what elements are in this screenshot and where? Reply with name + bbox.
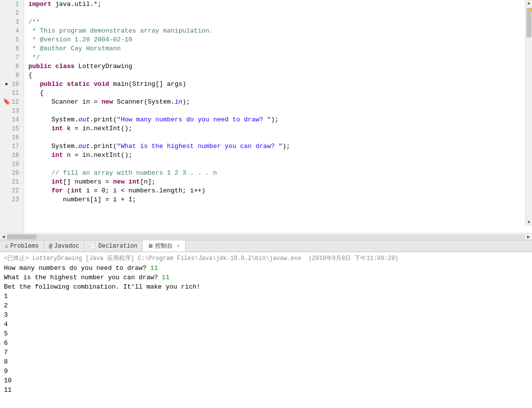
- tab-console-label: 控制台: [155, 242, 173, 250]
- line-number: 8: [3, 62, 21, 71]
- tab-problems-label: Problems: [10, 243, 39, 250]
- scroll-right-button[interactable]: ▶: [525, 233, 532, 240]
- code-segment: (: [63, 186, 71, 195]
- tab-problems[interactable]: ⚠ Problems: [0, 240, 44, 252]
- line-num-text: 18: [12, 151, 19, 160]
- console-output: <已终止> LotteryDrawing [Java 应用程序] C:\Prog…: [0, 252, 532, 408]
- code-segment: new: [102, 98, 113, 107]
- scrollbar-thumb[interactable]: [527, 8, 532, 37]
- console-output-line: 2: [4, 301, 528, 310]
- tab-declaration-label: Declaration: [98, 243, 137, 250]
- line-number: 4: [3, 27, 21, 36]
- code-segment: int: [71, 186, 82, 195]
- code-segment: class: [55, 62, 75, 71]
- line-num-text: 20: [12, 169, 19, 178]
- code-segment: [] numbers =: [63, 178, 113, 186]
- scroll-up-button[interactable]: ▲: [526, 0, 532, 7]
- right-marker: [531, 8, 532, 12]
- code-segment: int: [51, 151, 63, 160]
- code-line: {: [24, 71, 532, 80]
- code-segment: static: [67, 80, 90, 89]
- horizontal-scrollbar[interactable]: ◀ ▶: [0, 233, 532, 240]
- line-num-text: 3: [15, 18, 19, 27]
- code-segment: * @author Cay Horstmann: [28, 44, 120, 53]
- tab-declaration[interactable]: 📄 Declaration: [84, 240, 143, 252]
- console-close-button[interactable]: ✕: [177, 243, 180, 249]
- code-segment: [n];: [140, 178, 155, 186]
- code-segment: main(String[] args): [109, 80, 186, 89]
- line-num-text: 19: [12, 160, 19, 169]
- code-segment: import: [28, 0, 51, 9]
- line-number: 7: [3, 53, 21, 62]
- panel-tabs: ⚠ Problems @ Javadoc 📄 Declaration 🖥 控制台…: [0, 240, 532, 252]
- code-segment: {: [28, 89, 43, 98]
- line-num-text: 9: [15, 71, 19, 80]
- vertical-scrollbar[interactable]: ▲ ▼: [525, 0, 532, 226]
- line-number: 18: [3, 151, 21, 160]
- code-segment: in: [175, 98, 183, 107]
- line-num-text: 12: [12, 98, 19, 107]
- code-segment: LotteryDrawing: [75, 62, 132, 71]
- console-terminated-line: <已终止> LotteryDrawing [Java 应用程序] C:\Prog…: [4, 254, 528, 263]
- h-scroll-thumb[interactable]: [7, 234, 37, 239]
- code-segment: [28, 178, 51, 186]
- code-segment: numbers[i] = i + 1;: [28, 195, 136, 204]
- line-num-text: 8: [15, 62, 19, 71]
- scroll-left-button[interactable]: ◀: [0, 233, 7, 240]
- code-line: * @version 1.20 2004-02-10: [24, 36, 532, 44]
- line-num-text: 23: [12, 195, 19, 204]
- line-num-text: 1: [15, 0, 19, 9]
- diamond-icon: ◆: [5, 80, 8, 89]
- code-line: System.out.print("How many numbers do yo…: [24, 115, 532, 124]
- code-segment: [28, 80, 39, 89]
- line-number: 15: [3, 124, 21, 133]
- line-num-text: 10: [12, 80, 19, 89]
- code-segment: );: [271, 115, 279, 124]
- code-line: System.out.print("What is the highest nu…: [24, 142, 532, 151]
- declaration-icon: 📄: [89, 243, 96, 249]
- code-segment: .print(: [90, 115, 117, 124]
- code-line: import java.util.*;: [24, 0, 532, 9]
- code-segment: [28, 186, 51, 195]
- line-num-text: 15: [12, 124, 19, 133]
- line-number: 19: [3, 160, 21, 169]
- line-number: 🔖12: [3, 98, 21, 107]
- code-segment: int: [51, 124, 63, 133]
- line-number: 22: [3, 186, 21, 195]
- console-text: What is the highest number you can draw?: [4, 274, 162, 281]
- line-num-text: 11: [12, 89, 19, 98]
- console-output-line: 8: [4, 357, 528, 367]
- scrollbar-track: [527, 8, 532, 218]
- line-number: 3: [3, 18, 21, 27]
- code-segment: */: [28, 53, 39, 62]
- code-line: {: [24, 89, 532, 98]
- code-segment: .print(: [90, 142, 117, 151]
- code-segment: * This program demonstrates array manipu…: [28, 27, 213, 36]
- line-number: 6: [3, 44, 21, 53]
- code-line: public class LotteryDrawing: [24, 62, 532, 71]
- h-scroll-track: [7, 234, 525, 239]
- tab-javadoc[interactable]: @ Javadoc: [44, 240, 84, 252]
- code-line: /**: [24, 18, 532, 27]
- console-output-line: 11: [4, 385, 528, 395]
- line-num-text: 13: [12, 107, 19, 115]
- console-output-line: 7: [4, 348, 528, 357]
- code-scroll[interactable]: import java.util.*;/** * This program de…: [24, 0, 532, 233]
- tab-console[interactable]: 🖥 控制台 ✕: [143, 240, 185, 252]
- code-line: int[] numbers = new int[n];: [24, 178, 532, 186]
- code-line: [24, 9, 532, 18]
- code-segment: [28, 124, 51, 133]
- console-output-line: How many numbers do you need to draw? 11: [4, 263, 528, 273]
- line-marker: 🔖: [3, 98, 10, 107]
- scroll-down-button[interactable]: ▼: [526, 219, 532, 226]
- code-segment: [28, 169, 51, 178]
- line-number: 16: [3, 133, 21, 142]
- code-line: // fill an array with numbers 1 2 3 . . …: [24, 169, 532, 178]
- code-segment: Scanner in =: [28, 98, 101, 107]
- code-segment: n = in.nextInt();: [63, 151, 132, 160]
- code-line: public static void main(String[] args): [24, 80, 532, 89]
- line-marker: ◆: [3, 80, 10, 89]
- line-number: 17: [3, 142, 21, 151]
- line-number: 5: [3, 36, 21, 44]
- line-num-text: 5: [15, 36, 19, 44]
